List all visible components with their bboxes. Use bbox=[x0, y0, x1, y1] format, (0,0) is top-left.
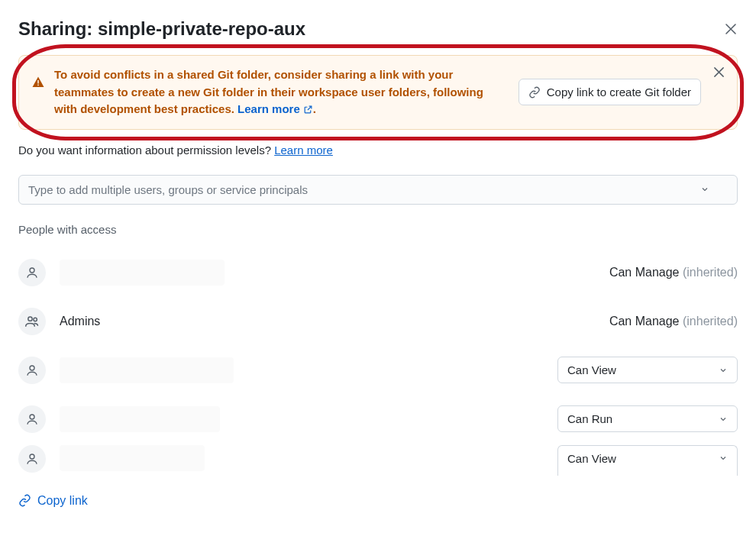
access-heading: People with access bbox=[18, 223, 738, 236]
permission-select-value: Can View bbox=[567, 363, 616, 376]
permission-col: Can View bbox=[557, 357, 738, 383]
copy-link-button[interactable]: Copy link bbox=[18, 494, 88, 508]
svg-rect-0 bbox=[37, 80, 39, 84]
principal-name-col bbox=[60, 445, 544, 471]
group-icon bbox=[18, 308, 46, 335]
dialog-title: Sharing: simple-private-repo-aux bbox=[18, 18, 305, 40]
permission-learn-more-link[interactable]: Learn more bbox=[274, 144, 333, 157]
git-folder-banner: To avoid conflicts in a shared Git folde… bbox=[18, 55, 738, 130]
redacted-name bbox=[60, 445, 205, 471]
user-icon bbox=[18, 357, 46, 384]
redacted-name bbox=[60, 357, 234, 383]
principal-name-col: Admins bbox=[60, 315, 544, 328]
user-icon bbox=[18, 405, 46, 433]
permission-select[interactable]: Can View bbox=[557, 357, 738, 383]
redacted-name bbox=[60, 260, 225, 286]
redacted-name bbox=[60, 406, 220, 432]
banner-text: To avoid conflicts in a shared Git folde… bbox=[54, 66, 509, 118]
svg-point-3 bbox=[28, 317, 32, 321]
add-principal-combobox[interactable]: Type to add multiple users, groups or se… bbox=[18, 175, 738, 205]
access-row: Can View bbox=[18, 444, 738, 477]
permission-info-line: Do you want information about permission… bbox=[18, 144, 738, 157]
banner-learn-more-link[interactable]: Learn more bbox=[237, 101, 313, 118]
permission-select-value: Can Run bbox=[567, 412, 612, 425]
access-row: Can Run bbox=[18, 395, 738, 444]
link-icon bbox=[18, 494, 31, 507]
svg-point-5 bbox=[30, 366, 34, 370]
copy-git-folder-link-label: Copy link to create Git folder bbox=[547, 86, 691, 98]
svg-point-6 bbox=[30, 415, 34, 419]
permission-static: Can Manage (inherited) bbox=[609, 315, 738, 328]
permission-info-text: Do you want information about permission… bbox=[18, 144, 274, 157]
chevron-down-icon bbox=[700, 185, 709, 194]
banner-close-icon[interactable] bbox=[713, 66, 725, 78]
dialog-header: Sharing: simple-private-repo-aux bbox=[18, 18, 738, 40]
inherited-suffix: (inherited) bbox=[680, 315, 738, 328]
permission-col: Can View bbox=[557, 445, 738, 476]
access-row: AdminsCan Manage (inherited) bbox=[18, 297, 738, 346]
permission-select-value: Can View bbox=[567, 452, 616, 465]
access-row: Can Manage (inherited) bbox=[18, 248, 738, 297]
svg-rect-1 bbox=[37, 85, 39, 86]
warning-icon bbox=[31, 76, 45, 89]
add-principal-placeholder: Type to add multiple users, groups or se… bbox=[28, 183, 308, 196]
access-row: Can View bbox=[18, 346, 738, 395]
principal-name: Admins bbox=[60, 315, 100, 328]
chevron-down-icon bbox=[719, 454, 728, 463]
chevron-down-icon bbox=[719, 415, 728, 424]
banner-highlight-wrap: To avoid conflicts in a shared Git folde… bbox=[18, 55, 738, 130]
chevron-down-icon bbox=[719, 366, 728, 375]
svg-point-7 bbox=[30, 454, 34, 459]
dialog-title-name: simple-private-repo-aux bbox=[98, 18, 305, 39]
copy-git-folder-link-button[interactable]: Copy link to create Git folder bbox=[519, 79, 701, 105]
permission-select[interactable]: Can View bbox=[557, 445, 738, 476]
dialog-title-prefix: Sharing: bbox=[18, 18, 98, 39]
permission-col: Can Manage (inherited) bbox=[557, 315, 738, 328]
link-icon bbox=[528, 86, 541, 98]
svg-point-4 bbox=[34, 318, 37, 321]
user-icon bbox=[18, 445, 46, 473]
close-icon[interactable] bbox=[724, 22, 738, 36]
permission-select[interactable]: Can Run bbox=[557, 405, 738, 432]
copy-link-label: Copy link bbox=[37, 494, 88, 508]
permission-col: Can Run bbox=[557, 405, 738, 432]
inherited-suffix: (inherited) bbox=[680, 266, 738, 279]
svg-point-2 bbox=[30, 268, 34, 273]
permission-static: Can Manage (inherited) bbox=[609, 266, 738, 279]
principal-name-col bbox=[60, 406, 544, 432]
access-list: Can Manage (inherited)AdminsCan Manage (… bbox=[18, 248, 738, 477]
principal-name-col bbox=[60, 357, 544, 383]
permission-col: Can Manage (inherited) bbox=[557, 266, 738, 279]
user-icon bbox=[18, 259, 46, 286]
principal-name-col bbox=[60, 260, 544, 286]
